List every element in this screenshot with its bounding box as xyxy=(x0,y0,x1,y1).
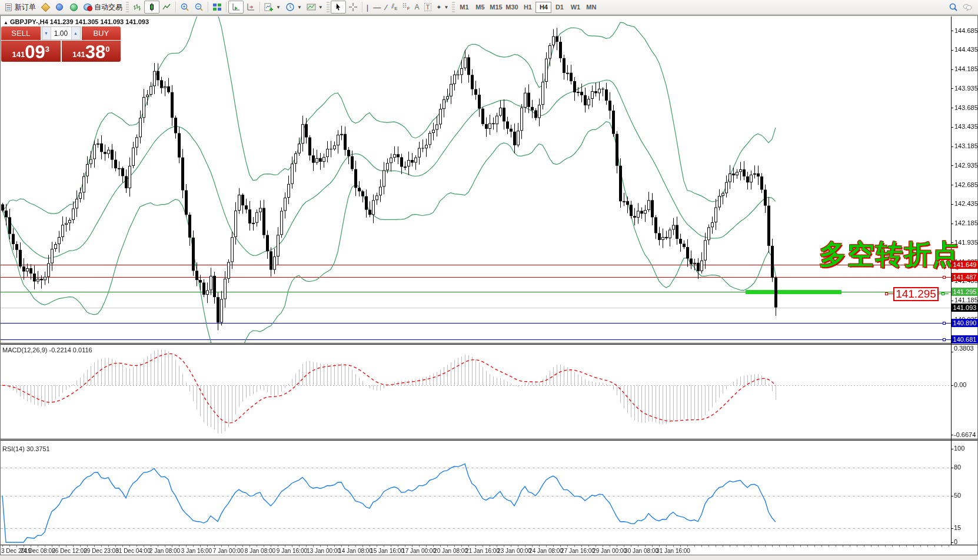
level-price-chip: 141.295 xyxy=(952,288,978,296)
time-axis-label: 9 Jan 16:00 xyxy=(277,548,307,554)
chart-title-text: GBPJPY-,H4 141.239 141.305 141.093 141.0… xyxy=(10,18,149,25)
sell-price-big: 09 xyxy=(25,44,45,61)
price-box-text: 141.295 xyxy=(896,288,936,301)
price-axis-label: 143.935 xyxy=(954,85,978,92)
price-axis-label: 142.685 xyxy=(954,181,978,188)
sell-price-sup: 3 xyxy=(45,38,49,61)
price-axis-label: 142.185 xyxy=(954,219,978,226)
time-axis-label: 29 Dec 23:00 xyxy=(84,548,119,554)
time-axis-label: 24 Dec 08:00 xyxy=(20,548,55,554)
price-axis-label: 144.185 xyxy=(954,65,978,72)
price-axis-label: 143.435 xyxy=(954,123,978,130)
level-price-chip: 141.487 xyxy=(952,273,978,281)
time-axis-label: 20 Jan 08:00 xyxy=(434,548,468,554)
time-axis-label: 7 Jan 00:00 xyxy=(213,548,244,554)
level-price-chip: 141.649 xyxy=(952,261,978,269)
price-box-right-handle[interactable] xyxy=(942,292,944,295)
buy-price-big: 38 xyxy=(85,44,105,61)
chart-title: ▲ GBPJPY-,H4 141.239 141.305 141.093 141… xyxy=(4,18,149,25)
time-axis-label: 3 Jan 16:00 xyxy=(181,548,212,554)
chart-overlays: ▲ GBPJPY-,H4 141.239 141.305 141.093 141… xyxy=(0,0,978,560)
panel-separator-macd-rsi[interactable] xyxy=(1,439,977,441)
macd-scale-top: 0.3803 xyxy=(954,345,974,352)
rsi-label: RSI(14) 30.3751 xyxy=(2,445,50,452)
time-axis-label: 14 Jan 08:00 xyxy=(338,548,372,554)
volume-value: 1.00 xyxy=(54,29,68,38)
buy-price[interactable]: 141380 xyxy=(62,41,121,62)
buy-price-sup: 0 xyxy=(105,38,109,61)
rsi-scale-label: 80 xyxy=(954,464,961,471)
macd-zero-label: 0.00 xyxy=(954,381,966,388)
time-axis-label: 24 Jan 08:00 xyxy=(529,548,563,554)
price-axis-label: 141.185 xyxy=(954,296,978,304)
time-axis-label: 26 Dec 12:00 xyxy=(52,548,87,554)
panel-separator-main-macd[interactable] xyxy=(1,343,977,345)
time-axis-line xyxy=(1,545,977,545)
time-axis-label: 31 Dec 04:00 xyxy=(115,548,151,554)
turning-point-annotation[interactable]: 多空转折点 xyxy=(819,236,960,273)
price-axis-label: 142.435 xyxy=(954,200,978,207)
price-axis-label: 143.185 xyxy=(954,142,978,149)
time-axis-label: 15 Jan 16:00 xyxy=(370,548,404,554)
rsi-scale-label: 15 xyxy=(954,524,961,531)
price-axis-label: 144.685 xyxy=(954,27,978,34)
level-price-chip: 140.890 xyxy=(952,319,978,327)
one-click-trading-panel: SELL ▼ 1.00 ▲ BUY 141093 141380 xyxy=(1,26,121,62)
sell-button[interactable]: SELL xyxy=(1,26,41,40)
macd-scale-bottom: -0.6674 xyxy=(954,431,976,438)
price-box-annotation[interactable]: 141.295 xyxy=(893,287,939,301)
price-axis-label: 144.435 xyxy=(954,46,978,53)
time-axis-label: 21 Jan 16:00 xyxy=(465,548,500,554)
time-axis-label: 8 Jan 08:00 xyxy=(245,548,275,554)
buy-button-label: BUY xyxy=(93,29,109,38)
price-box-left-connector xyxy=(888,294,893,294)
time-axis-label: 29 Jan 00:00 xyxy=(593,548,627,554)
buy-button[interactable]: BUY xyxy=(82,26,121,40)
macd-label: MACD(12,26,9) -0.2214 0.0116 xyxy=(2,346,92,354)
sell-price[interactable]: 141093 xyxy=(1,41,61,62)
sell-button-label: SELL xyxy=(11,29,30,38)
price-axis-label: 141.935 xyxy=(954,239,978,246)
buy-price-prefix: 141 xyxy=(72,48,85,61)
volume-input[interactable]: 1.00 xyxy=(51,27,71,39)
time-axis-label: 17 Jan 00:00 xyxy=(402,548,436,554)
level-price-chip: 140.681 xyxy=(952,335,978,344)
current-price-chip: 141.093 xyxy=(952,304,978,312)
price-axis-label: 142.935 xyxy=(954,162,978,169)
time-axis-label: 2 Jan 08:00 xyxy=(149,548,180,554)
rsi-scale-label: 50 xyxy=(954,492,961,499)
collapse-arrow-icon[interactable]: ▲ xyxy=(4,20,8,25)
time-axis-label: 13 Jan 00:00 xyxy=(307,548,341,554)
rsi-scale-label: 0 xyxy=(954,538,957,545)
trading-terminal-window: 新订单 自动交易 xyxy=(0,0,978,560)
price-axis-label: 143.685 xyxy=(954,104,978,111)
time-axis-label: 27 Jan 16:00 xyxy=(561,548,595,554)
time-axis-label: 31 Jan 16:00 xyxy=(656,548,690,554)
time-axis-label: 23 Jan 00:00 xyxy=(497,548,531,554)
time-axis-label: 30 Jan 08:00 xyxy=(624,548,658,554)
volume-up-button[interactable]: ▲ xyxy=(71,27,80,39)
sell-price-prefix: 141 xyxy=(12,48,25,61)
rsi-scale-label: 100 xyxy=(954,445,964,452)
